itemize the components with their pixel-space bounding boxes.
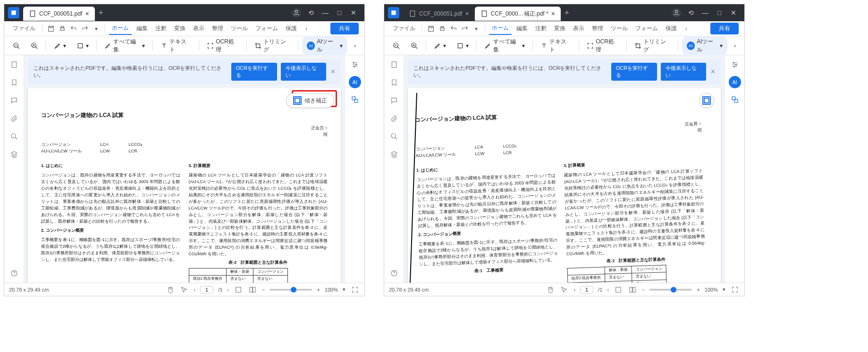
help-icon[interactable] [9, 268, 19, 278]
help-icon[interactable] [389, 268, 399, 278]
print-icon[interactable] [438, 24, 447, 34]
more-icon[interactable]: › [682, 24, 691, 34]
menu-tools[interactable]: ツール [608, 23, 631, 34]
layers-icon[interactable] [389, 150, 399, 159]
shape-icon[interactable]: ▾ [453, 40, 472, 51]
prev-page-icon[interactable]: ‹ [194, 287, 195, 293]
select-icon[interactable] [559, 285, 569, 294]
fit-icon[interactable] [234, 285, 243, 294]
menu-organize[interactable]: 整理 [209, 23, 226, 34]
thumbnail-icon[interactable] [389, 60, 399, 69]
tab-1[interactable]: CCF_0000…補正.pdf * × [475, 7, 561, 21]
menu-organize[interactable]: 整理 [589, 23, 606, 34]
comment-icon[interactable] [389, 96, 399, 105]
tab-0[interactable]: CCF_000051.pdf × [23, 7, 95, 21]
text-button[interactable]: テキスト [157, 36, 195, 56]
ai-badge[interactable]: AI [729, 76, 741, 88]
zoom-minus-icon[interactable]: − [642, 287, 645, 293]
share-button[interactable]: 共有 [330, 23, 359, 34]
user-icon[interactable] [672, 8, 681, 17]
trim-button[interactable]: トリミング [251, 36, 295, 56]
bookmark-icon[interactable] [9, 78, 19, 87]
menu-edit[interactable]: 編集 [514, 23, 531, 34]
highlight-icon[interactable]: ▾ [430, 40, 450, 51]
menu-form[interactable]: フォーム [253, 23, 281, 34]
prev-page-icon[interactable]: ‹ [573, 287, 575, 293]
sync-icon[interactable]: ⟲ [684, 6, 698, 20]
menu-view[interactable]: 表示 [570, 23, 587, 34]
zoom-slider[interactable] [270, 289, 312, 291]
zoom-dropdown-icon[interactable]: ▾ [343, 286, 346, 293]
zoom-plus-icon[interactable]: + [697, 287, 699, 293]
tab-add-button[interactable]: + [99, 8, 104, 18]
redo-icon[interactable] [80, 24, 90, 34]
next-page-icon[interactable]: › [607, 287, 609, 293]
save-icon[interactable] [46, 24, 56, 34]
maximize-button[interactable]: □ [332, 6, 346, 20]
search-icon[interactable] [389, 132, 399, 141]
hand-icon[interactable] [545, 285, 555, 294]
minimize-button[interactable]: — [698, 6, 712, 20]
attachment-icon[interactable] [9, 114, 19, 123]
ai-tools-button[interactable]: AIAIツール▾ [682, 36, 727, 56]
zoom-plus-icon[interactable]: + [317, 287, 320, 293]
minimize-button[interactable]: — [318, 6, 332, 20]
edit-all-button[interactable]: すべて編集▾ [480, 36, 529, 56]
save-icon[interactable] [426, 24, 436, 34]
page-input[interactable] [200, 286, 213, 293]
ocr-button[interactable]: OCR処理 [203, 36, 243, 56]
ai-badge[interactable]: AI [349, 76, 361, 88]
tab-close-icon[interactable]: × [85, 10, 89, 17]
text-button[interactable]: テキスト [537, 36, 575, 56]
settings-icon[interactable] [350, 60, 360, 69]
bookmark-icon[interactable] [389, 78, 399, 87]
menu-home[interactable]: ホーム [109, 22, 132, 35]
sync-icon[interactable]: ⟲ [304, 6, 318, 20]
hand-icon[interactable] [165, 285, 175, 294]
fullscreen-icon[interactable] [730, 285, 740, 294]
maximize-button[interactable]: □ [712, 6, 726, 20]
menu-home[interactable]: ホーム [489, 22, 512, 35]
deskew-button[interactable]: 傾き補正 [286, 93, 334, 108]
trim-button[interactable]: トリミング [631, 36, 674, 56]
undo-icon[interactable] [449, 24, 458, 34]
ocr-hide-button[interactable]: 今後表示しない [661, 63, 706, 81]
search-icon[interactable] [9, 132, 19, 141]
ocr-banner-close-icon[interactable]: × [711, 67, 715, 76]
ocr-run-button[interactable]: OCRを実行する [611, 63, 657, 81]
tab-close-icon[interactable]: × [551, 10, 555, 17]
zoom-in-button[interactable] [407, 40, 422, 51]
menu-file[interactable]: ファイル [10, 23, 38, 34]
fullscreen-icon[interactable] [350, 285, 360, 294]
highlight-icon[interactable]: ▾ [50, 40, 70, 51]
layout-icon[interactable] [248, 285, 257, 294]
zoom-dropdown-icon[interactable]: ▾ [723, 286, 725, 293]
next-page-icon[interactable]: › [227, 287, 229, 293]
print-icon[interactable] [58, 24, 67, 34]
menu-protect[interactable]: 保護 [283, 23, 300, 34]
comment-icon[interactable] [9, 96, 19, 105]
edit-all-button[interactable]: すべて編集▾ [101, 36, 149, 56]
more-tools-icon[interactable]: › [350, 41, 360, 51]
menu-form[interactable]: フォーム [632, 23, 661, 34]
ocr-hide-button[interactable]: 今後表示しない [281, 63, 326, 81]
dropdown-icon[interactable]: ▾ [472, 24, 481, 34]
fit-icon[interactable] [614, 285, 623, 294]
menu-edit[interactable]: 編集 [134, 23, 151, 34]
tab-close-icon[interactable]: × [465, 10, 469, 17]
zoom-out-button[interactable] [9, 40, 24, 51]
menu-annotate[interactable]: 注釈 [152, 23, 169, 34]
ocr-run-button[interactable]: OCRを実行する [231, 63, 278, 81]
more-icon[interactable]: › [302, 24, 311, 34]
thumbnail-icon[interactable] [9, 60, 19, 69]
undo-icon[interactable] [69, 24, 78, 34]
menu-protect[interactable]: 保護 [663, 23, 680, 34]
tab-0[interactable]: CCF_000051.pdf × [403, 7, 475, 21]
close-button[interactable]: ✕ [726, 6, 741, 20]
zoom-in-button[interactable] [27, 40, 42, 51]
user-icon[interactable] [292, 8, 301, 17]
page-input[interactable] [580, 286, 593, 293]
menu-annotate[interactable]: 注釈 [532, 23, 549, 34]
menu-tools[interactable]: ツール [228, 23, 251, 34]
attachment-icon[interactable] [389, 114, 399, 123]
